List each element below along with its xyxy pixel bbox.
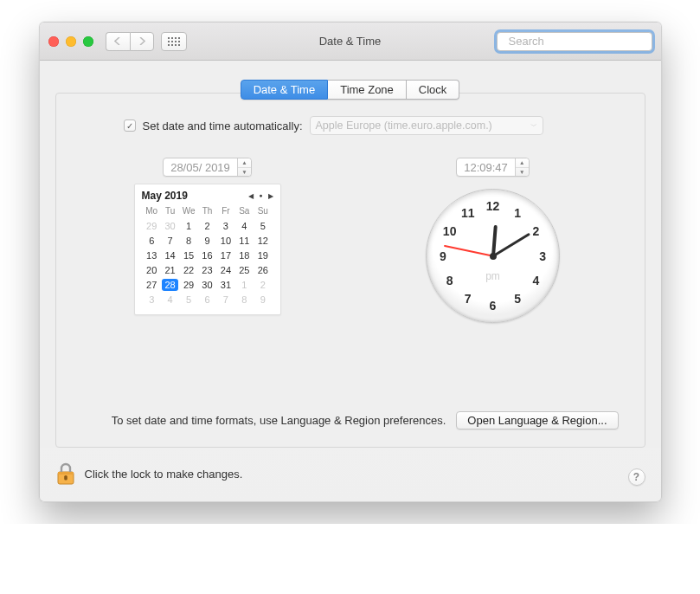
- calendar-day[interactable]: 3: [144, 293, 160, 306]
- calendar-weekday: Sa: [236, 205, 253, 217]
- chevron-down-icon: ﹀: [530, 121, 537, 131]
- clock-numeral: 10: [443, 224, 457, 238]
- calendar-day[interactable]: 14: [162, 249, 178, 261]
- calendar-day[interactable]: 29: [180, 278, 196, 291]
- calendar-day[interactable]: 6: [199, 293, 215, 306]
- auto-date-time-label: Set date and time automatically:: [143, 119, 303, 132]
- tab-bar: Date & TimeTime ZoneClock: [55, 80, 645, 100]
- calendar-day[interactable]: 21: [162, 263, 178, 276]
- calendar-day[interactable]: 31: [217, 278, 234, 291]
- stepper-up-icon[interactable]: ▲: [516, 158, 529, 168]
- clock-numeral: 8: [446, 274, 453, 287]
- nav-segment: [106, 32, 154, 51]
- show-all-button[interactable]: [161, 32, 187, 51]
- calendar-day[interactable]: 24: [217, 263, 234, 276]
- search-input[interactable]: [507, 34, 656, 48]
- calendar-day[interactable]: 18: [236, 249, 253, 261]
- date-time-panel: ✓ Set date and time automatically: Apple…: [55, 93, 645, 448]
- svg-rect-4: [64, 475, 67, 481]
- calendar-day[interactable]: 7: [162, 234, 178, 247]
- calendar-day[interactable]: 11: [236, 234, 253, 247]
- calendar-day[interactable]: 17: [217, 249, 234, 261]
- clock-numeral: 11: [461, 206, 475, 220]
- stepper-down-icon[interactable]: ▼: [238, 168, 251, 177]
- calendar-day[interactable]: 9: [199, 234, 215, 247]
- calendar-day[interactable]: 3: [217, 219, 234, 232]
- lock-icon[interactable]: [55, 462, 76, 486]
- calendar-next-icon[interactable]: ▶: [268, 192, 273, 200]
- minimize-window-button[interactable]: [66, 36, 76, 47]
- calendar-day[interactable]: 22: [180, 263, 196, 276]
- tab-date-time[interactable]: Date & Time: [241, 80, 329, 100]
- time-server-value: Apple Europe (time.euro.apple.com.): [316, 119, 492, 132]
- time-column: 12:09:47 ▲ ▼ pm 12345678: [376, 158, 610, 323]
- time-field[interactable]: 12:09:47 ▲ ▼: [456, 158, 530, 177]
- tab-time-zone[interactable]: Time Zone: [328, 80, 407, 100]
- stepper-up-icon[interactable]: ▲: [238, 158, 251, 168]
- calendar-day[interactable]: 1: [236, 278, 253, 291]
- calendar-day[interactable]: 8: [236, 293, 253, 306]
- calendar-weekday: Mo: [144, 205, 160, 217]
- clock-numeral: 7: [465, 292, 472, 306]
- calendar-day[interactable]: 30: [162, 219, 178, 232]
- time-field-value: 12:09:47: [457, 158, 515, 176]
- search-field[interactable]: [497, 32, 652, 51]
- svg-rect-3: [58, 472, 74, 475]
- calendar-day[interactable]: 2: [199, 219, 215, 232]
- calendar-grid: MoTuWeThFrSaSu29301234567891011121314151…: [142, 203, 273, 307]
- calendar-day[interactable]: 6: [144, 234, 160, 247]
- calendar-day[interactable]: 7: [217, 293, 234, 306]
- forward-button[interactable]: [130, 32, 154, 51]
- clock-numeral: 1: [514, 206, 521, 220]
- calendar-day[interactable]: 5: [180, 293, 196, 306]
- calendar-day[interactable]: 28: [162, 278, 178, 291]
- date-field[interactable]: 28/05/ 2019 ▲ ▼: [163, 158, 252, 177]
- calendar-day[interactable]: 5: [254, 219, 271, 232]
- time-server-select[interactable]: Apple Europe (time.euro.apple.com.) ﹀: [310, 116, 543, 135]
- calendar-day[interactable]: 19: [254, 249, 271, 261]
- time-stepper[interactable]: ▲ ▼: [515, 158, 529, 176]
- calendar[interactable]: May 2019 ◀ ● ▶ MoTuWeThFrSaSu29301234567…: [134, 184, 281, 315]
- open-language-region-button[interactable]: Open Language & Region...: [456, 411, 618, 429]
- calendar-day[interactable]: 25: [236, 263, 253, 276]
- tab-clock[interactable]: Clock: [407, 80, 460, 100]
- stepper-down-icon[interactable]: ▼: [516, 168, 529, 177]
- calendar-day[interactable]: 8: [180, 234, 196, 247]
- calendar-day[interactable]: 4: [236, 219, 253, 232]
- back-button[interactable]: [106, 32, 130, 51]
- date-stepper[interactable]: ▲ ▼: [237, 158, 251, 176]
- content-area: Date & TimeTime ZoneClock ✓ Set date and…: [40, 61, 661, 448]
- zoom-window-button[interactable]: [83, 36, 93, 47]
- calendar-day[interactable]: 1: [180, 219, 196, 232]
- clock-ampm: pm: [485, 270, 500, 282]
- clock-numeral: 5: [514, 292, 521, 306]
- grid-icon: [168, 37, 180, 46]
- clock-face: pm 123456789101112: [433, 197, 552, 315]
- calendar-day[interactable]: 13: [144, 249, 160, 261]
- calendar-day[interactable]: 26: [254, 263, 271, 276]
- calendar-day[interactable]: 10: [217, 234, 234, 247]
- calendar-day[interactable]: 15: [180, 249, 196, 261]
- window-controls: [48, 36, 93, 47]
- auto-date-time-checkbox[interactable]: ✓: [124, 119, 136, 132]
- auto-date-time-row: ✓ Set date and time automatically: Apple…: [124, 116, 619, 135]
- calendar-day[interactable]: 27: [144, 278, 160, 291]
- help-button[interactable]: ?: [628, 468, 645, 486]
- calendar-day[interactable]: 4: [162, 293, 178, 306]
- calendar-prev-icon[interactable]: ◀: [248, 192, 254, 200]
- calendar-day[interactable]: 23: [199, 263, 215, 276]
- calendar-day[interactable]: 9: [254, 293, 271, 306]
- calendar-day[interactable]: 30: [199, 278, 215, 291]
- analog-clock[interactable]: pm 123456789101112: [426, 189, 560, 323]
- calendar-day[interactable]: 12: [254, 234, 271, 247]
- close-window-button[interactable]: [48, 36, 59, 47]
- hour-hand: [491, 224, 498, 255]
- calendar-day[interactable]: 16: [199, 249, 215, 261]
- calendar-day[interactable]: 29: [144, 219, 160, 232]
- calendar-day[interactable]: 20: [144, 263, 160, 276]
- second-hand: [444, 245, 493, 257]
- clock-pin: [490, 253, 497, 260]
- chevron-left-icon: [114, 37, 121, 45]
- calendar-day[interactable]: 2: [254, 278, 271, 291]
- calendar-today-icon[interactable]: ●: [259, 192, 262, 200]
